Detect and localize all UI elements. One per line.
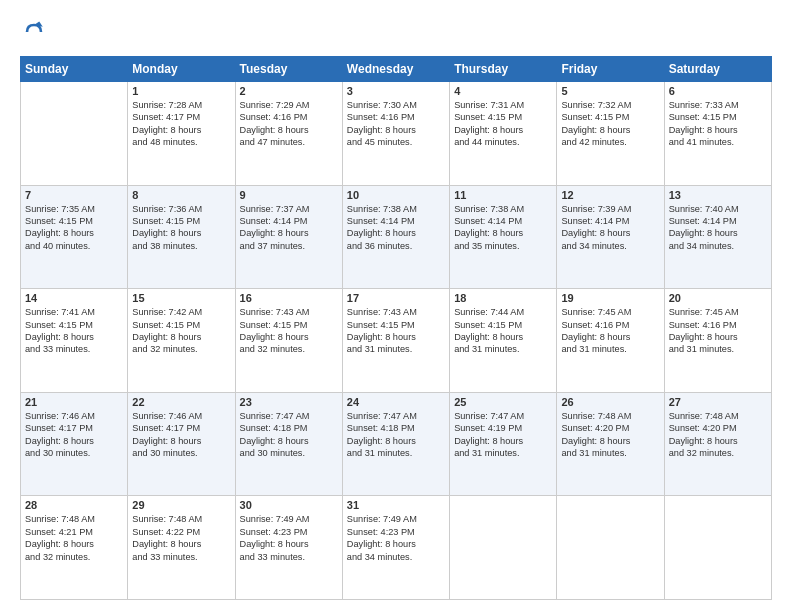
calendar-cell: 18Sunrise: 7:44 AMSunset: 4:15 PMDayligh… <box>450 289 557 393</box>
day-number: 1 <box>132 85 230 97</box>
calendar-cell: 27Sunrise: 7:48 AMSunset: 4:20 PMDayligh… <box>664 392 771 496</box>
cell-content: Sunrise: 7:46 AMSunset: 4:17 PMDaylight:… <box>25 410 123 460</box>
calendar-cell: 13Sunrise: 7:40 AMSunset: 4:14 PMDayligh… <box>664 185 771 289</box>
calendar-cell <box>21 82 128 186</box>
day-number: 18 <box>454 292 552 304</box>
calendar-table: SundayMondayTuesdayWednesdayThursdayFrid… <box>20 56 772 600</box>
day-number: 28 <box>25 499 123 511</box>
day-number: 26 <box>561 396 659 408</box>
cell-content: Sunrise: 7:47 AMSunset: 4:18 PMDaylight:… <box>240 410 338 460</box>
weekday-header-sunday: Sunday <box>21 57 128 82</box>
cell-content: Sunrise: 7:40 AMSunset: 4:14 PMDaylight:… <box>669 203 767 253</box>
cell-content: Sunrise: 7:47 AMSunset: 4:19 PMDaylight:… <box>454 410 552 460</box>
calendar-row-1: 7Sunrise: 7:35 AMSunset: 4:15 PMDaylight… <box>21 185 772 289</box>
day-number: 10 <box>347 189 445 201</box>
calendar-cell: 21Sunrise: 7:46 AMSunset: 4:17 PMDayligh… <box>21 392 128 496</box>
day-number: 24 <box>347 396 445 408</box>
calendar-cell <box>664 496 771 600</box>
calendar-cell: 17Sunrise: 7:43 AMSunset: 4:15 PMDayligh… <box>342 289 449 393</box>
calendar-cell: 15Sunrise: 7:42 AMSunset: 4:15 PMDayligh… <box>128 289 235 393</box>
calendar-cell: 8Sunrise: 7:36 AMSunset: 4:15 PMDaylight… <box>128 185 235 289</box>
cell-content: Sunrise: 7:43 AMSunset: 4:15 PMDaylight:… <box>347 306 445 356</box>
calendar-cell: 23Sunrise: 7:47 AMSunset: 4:18 PMDayligh… <box>235 392 342 496</box>
weekday-header-thursday: Thursday <box>450 57 557 82</box>
calendar-cell: 4Sunrise: 7:31 AMSunset: 4:15 PMDaylight… <box>450 82 557 186</box>
calendar-cell: 24Sunrise: 7:47 AMSunset: 4:18 PMDayligh… <box>342 392 449 496</box>
day-number: 20 <box>669 292 767 304</box>
day-number: 25 <box>454 396 552 408</box>
header <box>20 18 772 46</box>
day-number: 21 <box>25 396 123 408</box>
day-number: 30 <box>240 499 338 511</box>
day-number: 11 <box>454 189 552 201</box>
cell-content: Sunrise: 7:29 AMSunset: 4:16 PMDaylight:… <box>240 99 338 149</box>
cell-content: Sunrise: 7:47 AMSunset: 4:18 PMDaylight:… <box>347 410 445 460</box>
calendar-cell <box>450 496 557 600</box>
calendar-cell: 10Sunrise: 7:38 AMSunset: 4:14 PMDayligh… <box>342 185 449 289</box>
calendar-cell: 19Sunrise: 7:45 AMSunset: 4:16 PMDayligh… <box>557 289 664 393</box>
calendar-cell: 26Sunrise: 7:48 AMSunset: 4:20 PMDayligh… <box>557 392 664 496</box>
cell-content: Sunrise: 7:38 AMSunset: 4:14 PMDaylight:… <box>347 203 445 253</box>
weekday-header-tuesday: Tuesday <box>235 57 342 82</box>
cell-content: Sunrise: 7:37 AMSunset: 4:14 PMDaylight:… <box>240 203 338 253</box>
calendar-cell: 22Sunrise: 7:46 AMSunset: 4:17 PMDayligh… <box>128 392 235 496</box>
day-number: 17 <box>347 292 445 304</box>
cell-content: Sunrise: 7:44 AMSunset: 4:15 PMDaylight:… <box>454 306 552 356</box>
calendar-cell: 12Sunrise: 7:39 AMSunset: 4:14 PMDayligh… <box>557 185 664 289</box>
weekday-header-friday: Friday <box>557 57 664 82</box>
day-number: 29 <box>132 499 230 511</box>
calendar-row-0: 1Sunrise: 7:28 AMSunset: 4:17 PMDaylight… <box>21 82 772 186</box>
cell-content: Sunrise: 7:43 AMSunset: 4:15 PMDaylight:… <box>240 306 338 356</box>
day-number: 15 <box>132 292 230 304</box>
calendar-cell: 5Sunrise: 7:32 AMSunset: 4:15 PMDaylight… <box>557 82 664 186</box>
day-number: 31 <box>347 499 445 511</box>
logo-icon <box>20 18 48 46</box>
day-number: 6 <box>669 85 767 97</box>
cell-content: Sunrise: 7:42 AMSunset: 4:15 PMDaylight:… <box>132 306 230 356</box>
weekday-header-saturday: Saturday <box>664 57 771 82</box>
day-number: 4 <box>454 85 552 97</box>
calendar-cell: 31Sunrise: 7:49 AMSunset: 4:23 PMDayligh… <box>342 496 449 600</box>
cell-content: Sunrise: 7:39 AMSunset: 4:14 PMDaylight:… <box>561 203 659 253</box>
calendar-cell: 7Sunrise: 7:35 AMSunset: 4:15 PMDaylight… <box>21 185 128 289</box>
calendar-cell: 6Sunrise: 7:33 AMSunset: 4:15 PMDaylight… <box>664 82 771 186</box>
calendar-cell: 11Sunrise: 7:38 AMSunset: 4:14 PMDayligh… <box>450 185 557 289</box>
calendar-row-4: 28Sunrise: 7:48 AMSunset: 4:21 PMDayligh… <box>21 496 772 600</box>
day-number: 9 <box>240 189 338 201</box>
calendar-cell: 1Sunrise: 7:28 AMSunset: 4:17 PMDaylight… <box>128 82 235 186</box>
day-number: 2 <box>240 85 338 97</box>
day-number: 12 <box>561 189 659 201</box>
day-number: 5 <box>561 85 659 97</box>
cell-content: Sunrise: 7:46 AMSunset: 4:17 PMDaylight:… <box>132 410 230 460</box>
cell-content: Sunrise: 7:32 AMSunset: 4:15 PMDaylight:… <box>561 99 659 149</box>
day-number: 3 <box>347 85 445 97</box>
calendar-cell: 29Sunrise: 7:48 AMSunset: 4:22 PMDayligh… <box>128 496 235 600</box>
day-number: 22 <box>132 396 230 408</box>
cell-content: Sunrise: 7:38 AMSunset: 4:14 PMDaylight:… <box>454 203 552 253</box>
cell-content: Sunrise: 7:48 AMSunset: 4:22 PMDaylight:… <box>132 513 230 563</box>
day-number: 16 <box>240 292 338 304</box>
day-number: 19 <box>561 292 659 304</box>
day-number: 23 <box>240 396 338 408</box>
cell-content: Sunrise: 7:48 AMSunset: 4:21 PMDaylight:… <box>25 513 123 563</box>
calendar-cell: 2Sunrise: 7:29 AMSunset: 4:16 PMDaylight… <box>235 82 342 186</box>
calendar-cell <box>557 496 664 600</box>
cell-content: Sunrise: 7:49 AMSunset: 4:23 PMDaylight:… <box>347 513 445 563</box>
calendar-cell: 25Sunrise: 7:47 AMSunset: 4:19 PMDayligh… <box>450 392 557 496</box>
logo <box>20 18 52 46</box>
calendar-cell: 28Sunrise: 7:48 AMSunset: 4:21 PMDayligh… <box>21 496 128 600</box>
day-number: 7 <box>25 189 123 201</box>
cell-content: Sunrise: 7:31 AMSunset: 4:15 PMDaylight:… <box>454 99 552 149</box>
calendar-cell: 14Sunrise: 7:41 AMSunset: 4:15 PMDayligh… <box>21 289 128 393</box>
cell-content: Sunrise: 7:35 AMSunset: 4:15 PMDaylight:… <box>25 203 123 253</box>
cell-content: Sunrise: 7:28 AMSunset: 4:17 PMDaylight:… <box>132 99 230 149</box>
cell-content: Sunrise: 7:30 AMSunset: 4:16 PMDaylight:… <box>347 99 445 149</box>
page: SundayMondayTuesdayWednesdayThursdayFrid… <box>0 0 792 612</box>
cell-content: Sunrise: 7:36 AMSunset: 4:15 PMDaylight:… <box>132 203 230 253</box>
calendar-row-3: 21Sunrise: 7:46 AMSunset: 4:17 PMDayligh… <box>21 392 772 496</box>
day-number: 14 <box>25 292 123 304</box>
cell-content: Sunrise: 7:48 AMSunset: 4:20 PMDaylight:… <box>669 410 767 460</box>
calendar-row-2: 14Sunrise: 7:41 AMSunset: 4:15 PMDayligh… <box>21 289 772 393</box>
weekday-header-row: SundayMondayTuesdayWednesdayThursdayFrid… <box>21 57 772 82</box>
calendar-cell: 9Sunrise: 7:37 AMSunset: 4:14 PMDaylight… <box>235 185 342 289</box>
